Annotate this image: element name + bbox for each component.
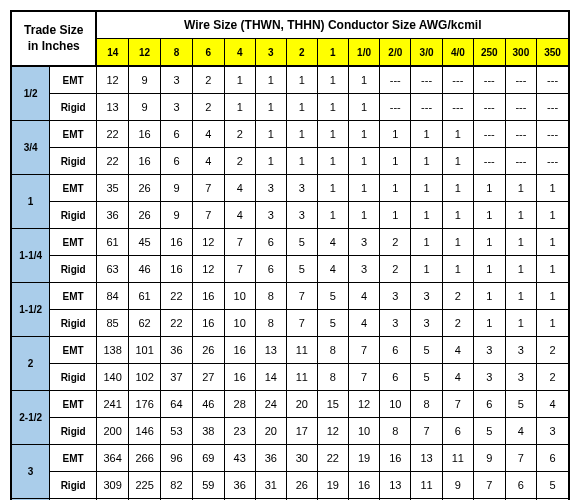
data-cell: 13 xyxy=(255,337,286,364)
data-cell: 8 xyxy=(317,364,348,391)
data-cell: 2 xyxy=(537,337,569,364)
data-cell: 3 xyxy=(505,364,537,391)
data-cell: 22 xyxy=(161,310,193,337)
data-cell: 1 xyxy=(317,148,348,175)
data-cell: 26 xyxy=(129,202,161,229)
data-cell: 9 xyxy=(161,202,193,229)
conduit-type-cell: Rigid xyxy=(50,256,97,283)
data-cell: 38 xyxy=(192,418,224,445)
data-cell: 1 xyxy=(286,94,317,121)
data-cell: 1 xyxy=(442,175,473,202)
data-cell: 3 xyxy=(411,310,442,337)
trade-size-cell: 2 xyxy=(11,337,50,391)
data-cell: 176 xyxy=(129,391,161,418)
data-cell: 225 xyxy=(129,472,161,499)
data-cell: 1 xyxy=(224,66,255,94)
data-cell: 84 xyxy=(96,283,128,310)
data-cell: 12 xyxy=(192,256,224,283)
trade-size-cell: 1/2 xyxy=(11,66,50,121)
wire-size-col: 3 xyxy=(255,39,286,67)
data-cell: 1 xyxy=(317,94,348,121)
data-cell: 30 xyxy=(286,445,317,472)
data-cell: 1 xyxy=(537,175,569,202)
data-cell: 4 xyxy=(442,364,473,391)
data-cell: 6 xyxy=(442,418,473,445)
conduit-type-cell: EMT xyxy=(50,337,97,364)
data-cell: 8 xyxy=(411,391,442,418)
data-cell: 3 xyxy=(255,202,286,229)
data-cell: 2 xyxy=(442,283,473,310)
data-cell: 16 xyxy=(161,229,193,256)
wire-size-col: 4 xyxy=(224,39,255,67)
data-cell: 82 xyxy=(161,472,193,499)
data-cell: 7 xyxy=(348,337,379,364)
data-cell: 11 xyxy=(286,364,317,391)
data-cell: 1 xyxy=(348,121,379,148)
data-cell: --- xyxy=(442,66,473,94)
data-cell: 6 xyxy=(161,148,193,175)
data-cell: 11 xyxy=(411,472,442,499)
data-cell: 7 xyxy=(224,256,255,283)
data-cell: 16 xyxy=(348,472,379,499)
data-cell: 46 xyxy=(192,391,224,418)
data-cell: 4 xyxy=(442,337,473,364)
trade-size-cell: 1 xyxy=(11,175,50,229)
data-cell: 1 xyxy=(317,66,348,94)
trade-size-cell: 1-1/4 xyxy=(11,229,50,283)
data-cell: 3 xyxy=(348,256,379,283)
data-cell: 1 xyxy=(348,66,379,94)
data-cell: 8 xyxy=(255,283,286,310)
data-cell: 8 xyxy=(380,418,411,445)
data-cell: 102 xyxy=(129,364,161,391)
data-cell: 20 xyxy=(255,418,286,445)
data-cell: 96 xyxy=(161,445,193,472)
data-cell: 37 xyxy=(161,364,193,391)
data-cell: --- xyxy=(537,66,569,94)
wire-size-col: 8 xyxy=(161,39,193,67)
data-cell: --- xyxy=(505,148,537,175)
data-cell: 7 xyxy=(442,391,473,418)
data-cell: 1 xyxy=(442,256,473,283)
conduit-type-cell: EMT xyxy=(50,121,97,148)
data-cell: 22 xyxy=(161,283,193,310)
data-cell: 1 xyxy=(255,121,286,148)
data-cell: 1 xyxy=(286,121,317,148)
data-cell: 5 xyxy=(411,337,442,364)
data-cell: 24 xyxy=(255,391,286,418)
data-cell: 1 xyxy=(442,229,473,256)
data-cell: 20 xyxy=(286,391,317,418)
wire-size-col: 14 xyxy=(96,39,128,67)
data-cell: 1 xyxy=(473,256,505,283)
conduit-type-cell: Rigid xyxy=(50,418,97,445)
conduit-fill-table: Trade Size in Inches Wire Size (THWN, TH… xyxy=(10,10,570,500)
data-cell: --- xyxy=(380,94,411,121)
data-cell: 1 xyxy=(255,94,286,121)
data-cell: 26 xyxy=(129,175,161,202)
data-cell: 27 xyxy=(192,364,224,391)
data-cell: 1 xyxy=(380,121,411,148)
data-cell: 36 xyxy=(96,202,128,229)
data-cell: 46 xyxy=(129,256,161,283)
data-cell: 6 xyxy=(473,391,505,418)
conduit-type-cell: EMT xyxy=(50,229,97,256)
data-cell: 69 xyxy=(192,445,224,472)
data-cell: 45 xyxy=(129,229,161,256)
data-cell: 13 xyxy=(96,94,128,121)
wire-size-col: 3/0 xyxy=(411,39,442,67)
wire-size-col: 2 xyxy=(286,39,317,67)
data-cell: 6 xyxy=(255,256,286,283)
data-cell: 10 xyxy=(224,310,255,337)
wire-size-col: 350 xyxy=(537,39,569,67)
conduit-type-cell: Rigid xyxy=(50,148,97,175)
data-cell: 4 xyxy=(192,121,224,148)
data-cell: 1 xyxy=(317,202,348,229)
data-cell: 3 xyxy=(161,94,193,121)
data-cell: 1 xyxy=(537,202,569,229)
data-cell: 1 xyxy=(505,310,537,337)
data-cell: 1 xyxy=(255,148,286,175)
wire-size-header: Wire Size (THWN, THHN) Conductor Size AW… xyxy=(96,11,569,39)
data-cell: 35 xyxy=(96,175,128,202)
data-cell: --- xyxy=(537,94,569,121)
data-cell: 2 xyxy=(192,94,224,121)
data-cell: 5 xyxy=(537,472,569,499)
